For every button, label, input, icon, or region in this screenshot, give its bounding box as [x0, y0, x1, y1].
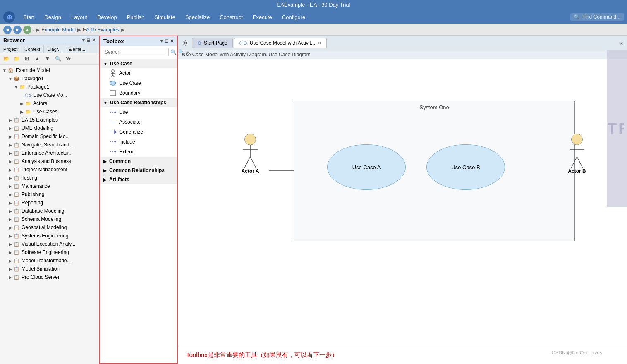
- tree-item-actors[interactable]: ▶ 📁 Actors: [0, 99, 99, 108]
- toolbox-menu-icon[interactable]: ≡: [186, 48, 189, 56]
- nav-forward-button[interactable]: ▶: [13, 26, 22, 34]
- tree-item-analysis[interactable]: ▶ 📋 Analysis and Business: [0, 157, 99, 165]
- browser-tab-diagr[interactable]: Diagr...: [44, 46, 65, 53]
- toolbox-item-use[interactable]: Use: [100, 107, 177, 117]
- toolbox-item-usecase[interactable]: Use Case: [100, 78, 177, 88]
- menu-design[interactable]: Design: [40, 12, 65, 22]
- toolbox-search-icon2[interactable]: 🔍: [178, 48, 184, 56]
- browser-pin-icon[interactable]: ▾: [82, 38, 85, 43]
- tree-item-reporting[interactable]: ▶ 📋 Reporting: [0, 199, 99, 207]
- browser-tab-eleme[interactable]: Eleme...: [65, 46, 89, 53]
- tree-item-uml[interactable]: ▶ 📋 UML Modeling: [0, 124, 99, 132]
- svg-line-27: [577, 157, 583, 168]
- find-command-search[interactable]: 🔍 Find Command...: [570, 13, 624, 21]
- tree-item-package1-l2[interactable]: ▼ 📁 Package1: [0, 83, 99, 91]
- menu-specialize[interactable]: Specialize: [181, 12, 214, 22]
- tree-item-ea15[interactable]: ▶ 📋 EA 15 Examples: [0, 116, 99, 124]
- menu-construct[interactable]: Construct: [215, 12, 247, 22]
- browser-chevron-btn[interactable]: ≫: [64, 54, 73, 63]
- usecase-a[interactable]: Use Case A: [327, 144, 406, 190]
- tree-item-model-sim[interactable]: ▶ 📋 Model Simulation: [0, 265, 99, 273]
- toolbox-item-actor[interactable]: Actor: [100, 68, 177, 78]
- tree-arrow-analysis: ▶: [7, 158, 13, 164]
- toolbox-pin-icon[interactable]: ⊟: [165, 38, 168, 44]
- tree-arrow-usecases: ▶: [19, 109, 25, 115]
- toolbox-item-extend[interactable]: Extend: [100, 147, 177, 157]
- toolbox-close-icon[interactable]: ✕: [170, 38, 174, 44]
- tree-item-software-eng[interactable]: ▶ 📋 Software Engineering: [0, 248, 99, 256]
- toolbox-section-common[interactable]: ▶ Common: [100, 157, 177, 166]
- tab-start-page[interactable]: ⊙ Start Page: [192, 38, 233, 48]
- tree-item-navigate[interactable]: ▶ 📋 Navigate, Search and...: [0, 141, 99, 149]
- toolbox-section-usecase[interactable]: ▼ Use Case: [100, 59, 177, 68]
- menu-develop[interactable]: Develop: [93, 12, 121, 22]
- menu-simulate[interactable]: Simulate: [150, 12, 179, 22]
- tree-label-maintenance: Maintenance: [22, 183, 50, 189]
- tree-item-publishing[interactable]: ▶ 📋 Publishing: [0, 190, 99, 199]
- menu-publish[interactable]: Publish: [123, 12, 149, 22]
- menu-start[interactable]: Start: [19, 12, 38, 22]
- toolbox-item-include[interactable]: Include: [100, 137, 177, 147]
- menu-layout[interactable]: Layout: [67, 12, 91, 22]
- toolbox-search-input[interactable]: [103, 48, 169, 56]
- tree-item-systems-eng[interactable]: ▶ 📋 Systems Engineering: [0, 232, 99, 240]
- toolbox-item-associate[interactable]: Associate: [100, 117, 177, 127]
- tree-arrow-uml: ▶: [7, 125, 13, 131]
- toolbox-settings-icon[interactable]: ▾: [160, 38, 163, 44]
- toolbox-items-container: ▼ Use Case Actor: [100, 58, 177, 363]
- tree-item-project-mgmt[interactable]: ▶ 📋 Project Management: [0, 165, 99, 174]
- browser-filter-btn[interactable]: 🔍: [53, 54, 62, 63]
- tree-item-testing[interactable]: ▶ 📋 Testing: [0, 174, 99, 182]
- breadcrumb-example-model[interactable]: Example Model: [41, 27, 76, 33]
- tree-item-pro-cloud[interactable]: ▶ 📋 Pro Cloud Server: [0, 273, 99, 281]
- tree-icon-package1-l2: 📁: [19, 84, 26, 90]
- tree-arrow-schema: ▶: [7, 216, 13, 222]
- tab-usecase-model[interactable]: ⬡⊙ Use Case Model with Activit... ✕: [234, 38, 327, 48]
- breadcrumb-ea15[interactable]: EA 15 Examples: [83, 27, 119, 33]
- menu-execute[interactable]: Execute: [249, 12, 276, 22]
- toolbox-section-ucrelations[interactable]: ▼ Use Case Relationships: [100, 98, 177, 107]
- tree-item-usecases[interactable]: ▶ 📁 Use Cases: [0, 108, 99, 116]
- toolbox-item-boundary[interactable]: Boundary: [100, 88, 177, 98]
- toolbox-section-common-rel[interactable]: ▶ Common Relationships: [100, 166, 177, 175]
- browser-folder-btn[interactable]: 📁: [12, 54, 21, 63]
- tree-label-usecase-diagram: Use Case Mo...: [33, 92, 67, 98]
- tree-arrow-visual-exec: ▶: [7, 241, 13, 247]
- toolbox-section-artifacts[interactable]: ▶ Artifacts: [100, 175, 177, 184]
- tree-item-visual-exec[interactable]: ▶ 📋 Visual Execution Analy...: [0, 240, 99, 248]
- app-logo: ⊕: [3, 11, 15, 23]
- tree-item-package1-l1[interactable]: ▼ 📦 Package1: [0, 74, 99, 83]
- tree-icon-ea15: 📋: [13, 117, 20, 123]
- diagram-canvas[interactable]: System One Use Case A Use Case B: [178, 59, 627, 364]
- toolbox-search-icon[interactable]: 🔍: [170, 48, 177, 56]
- menu-configure[interactable]: Configure: [278, 12, 309, 22]
- tabs-chevron-btn[interactable]: «: [617, 40, 625, 46]
- browser-tab-context[interactable]: Context: [21, 46, 44, 53]
- browser-tab-project[interactable]: Project: [0, 46, 21, 53]
- nav-back-button[interactable]: ◀: [3, 26, 12, 34]
- browser-header-icons: ▾ ⊟ ✕: [82, 38, 96, 43]
- use-icon: [109, 108, 117, 116]
- browser-grid-btn[interactable]: ⊞: [22, 54, 31, 63]
- tree-item-geospatial[interactable]: ▶ 📋 Geospatial Modeling: [0, 223, 99, 232]
- tree-item-schema[interactable]: ▶ 📋 Schema Modeling: [0, 215, 99, 223]
- browser-close-icon[interactable]: ✕: [92, 38, 96, 43]
- browser-dock-icon[interactable]: ⊟: [86, 38, 90, 43]
- tree-item-model-transform[interactable]: ▶ 📋 Model Transformatio...: [0, 256, 99, 265]
- browser-down-btn[interactable]: ▼: [43, 54, 52, 63]
- tree-item-maintenance[interactable]: ▶ 📋 Maintenance: [0, 182, 99, 190]
- toolbox-item-generalize[interactable]: Generalize: [100, 127, 177, 137]
- tree-item-domain[interactable]: ▶ 📋 Domain Specific Mo...: [0, 132, 99, 141]
- browser-panel-header: Browser ▾ ⊟ ✕: [0, 36, 99, 46]
- tabs-settings-icon[interactable]: [179, 40, 191, 46]
- nav-up-button[interactable]: ▲: [23, 26, 31, 34]
- tree-item-usecase-diagram[interactable]: ⬡⊙ Use Case Mo...: [0, 91, 99, 99]
- tree-item-example-model[interactable]: ▼ 🏠 Example Model: [0, 66, 99, 74]
- usecase-b[interactable]: Use Case B: [426, 144, 505, 190]
- tree-item-enterprise[interactable]: ▶ 📋 Enterprise Architectur...: [0, 149, 99, 157]
- tab-start-icon: ⊙: [197, 40, 201, 46]
- tab-close-button[interactable]: ✕: [318, 41, 321, 46]
- browser-folder-open-btn[interactable]: 📂: [2, 54, 11, 63]
- browser-up-btn[interactable]: ▲: [33, 54, 42, 63]
- tree-item-db-modeling[interactable]: ▶ 📋 Database Modeling: [0, 207, 99, 215]
